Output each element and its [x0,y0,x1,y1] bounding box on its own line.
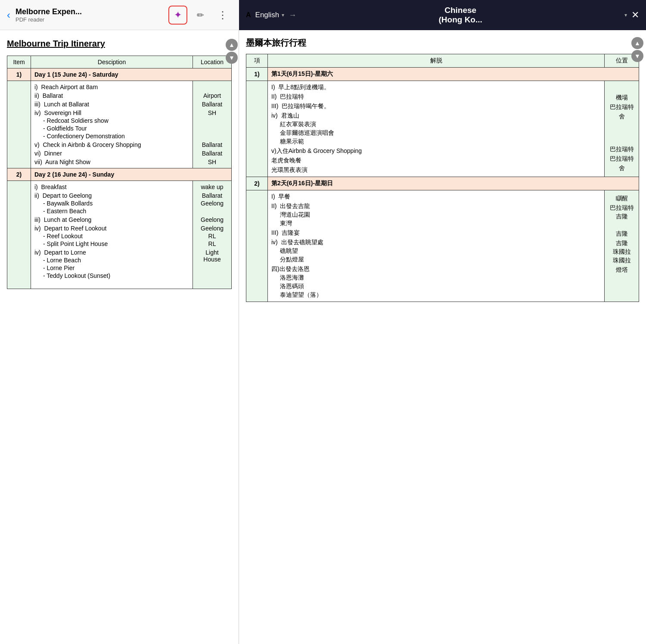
zh-day1-number: 1) [246,68,268,81]
table-row: i) Reach Airport at 8am ii) Ballarat iii… [7,81,232,168]
direction-arrow: → [289,11,296,20]
zh-day2-header: 第2天(6月16日)-星期日 [268,177,639,190]
entry-text: i) Reach Airport at 8am [34,84,189,90]
zh-entry: I) 早餐 [271,193,601,201]
more-options-button[interactable]: ⋮ [213,6,232,25]
location-text: Ballarat [196,101,228,108]
zh-entry: v)入住Airbnb & Grocery Shopping [271,147,601,155]
zh-entry: 金菲爾德巡迴演唱會 [271,129,601,137]
edit-button[interactable]: ✏ [191,6,210,25]
location-text: Airport [196,92,228,99]
zh-location: 舍 [608,113,635,121]
target-lang-line2: (Hong Ko... [301,15,620,25]
target-lang-chevron[interactable]: ▾ [624,12,627,18]
zh-entry: iv) 君逸山 [271,112,601,120]
table-row: i) Breakfast ii) Depart to Geelong - Bay… [7,181,232,289]
location-text [196,264,228,271]
ai-magic-icon: ✦ [174,9,182,21]
zh-location [608,129,635,136]
entry-text: - Baywalk Bollards [34,200,189,207]
location-text: SH [196,109,228,116]
zh-location [608,85,635,92]
day2-number: 2) [7,168,31,181]
zh-entry: 泰迪望望（落） [271,291,601,299]
zh-day2-number: 2) [246,177,268,190]
itinerary-table: Item Desciption Location 1) Day 1 (15 Ju… [7,56,232,289]
location-text [196,133,228,140]
target-lang-line1: Chinese [301,6,620,15]
table-row: 2) 第2天(6月16日)-星期日 [246,177,639,190]
ai-magic-button[interactable]: ✦ [168,6,187,25]
zh-location [608,137,635,144]
table-row: I) 早餐 II) 出發去吉龍 灣道山花園 東灣 III) 吉隆宴 iv) 出發… [246,190,639,302]
back-button[interactable]: ‹ [7,9,10,21]
zh-scroll-up-handle[interactable]: ▲ [631,37,643,49]
zh-entry: I) 早上8點到達機場。 [271,84,601,91]
zh-entry: II) 出發去吉龍 [271,202,601,210]
itinerary-title: Melbourne Trip Itinerary [7,39,232,49]
zh-entry: 光環黑夜表演 [271,166,601,174]
entry-text: iv) Depart to Reef Lookout [34,225,189,232]
toolbar-icons: ✦ ✏ ⋮ [168,6,232,25]
zh-location: 巴拉瑞特 [608,103,635,111]
more-icon: ⋮ [217,9,228,21]
entry-text: v) Check in Airbnb & Grocery Shopping [34,141,189,148]
zh-entry: 東灣 [271,220,601,227]
entry-text: - Goldfields Tour [34,125,189,132]
close-translation-button[interactable]: ✕ [631,9,639,21]
zh-entry: 老虎食晚餐 [271,157,601,165]
zh-entry: III) 巴拉瑞特喝午餐。 [271,103,601,110]
english-panel: ▲ ▼ Melbourne Trip Itinerary Item Descip… [0,30,239,644]
location-text: RL [196,233,228,240]
zh-col-header-item: 項 [246,54,268,68]
scroll-down-handle[interactable]: ▼ [226,52,238,64]
location-text: Ballarat [196,141,228,148]
location-text: wake up [196,184,228,190]
source-language-selector[interactable]: English ▾ [255,11,285,19]
entry-text: - Lorne Pier [34,264,189,271]
scroll-up-handle[interactable]: ▲ [226,39,238,51]
zh-entry: iv) 出發去礁眺望處 [271,239,601,246]
pdf-topbar: ‹ Melborne Expen... PDF reader ✦ ✏ ⋮ [0,0,239,30]
zh-scroll-down-handle[interactable]: ▼ [631,50,643,62]
zh-entry: 紅衣軍裝表演 [271,121,601,128]
entry-text: - Confectionery Demonstration [34,133,189,140]
chinese-itinerary-table: 項 解脱 位置 1) 第1天(6月15日)-星期六 I) 早上8點到達機場。 I… [246,54,639,302]
location-text: Ballarat [196,192,228,199]
entry-text: vi) Dinner [34,150,189,157]
location-text [196,279,228,286]
entry-text: iv) Depart to Lorne [34,249,189,256]
entry-text: - Reef Lookout [34,233,189,240]
source-lang-chevron: ▾ [282,12,284,18]
zh-entry: 洛恩碼頭 [271,283,601,290]
location-text [196,208,228,215]
location-text: RL [196,240,228,247]
table-row: I) 早上8點到達機場。 II) 巴拉瑞特 III) 巴拉瑞特喝午餐。 iv) … [246,81,639,177]
entry-text: iii) Lunch at Ballarat [34,101,189,108]
zh-entry: II) 巴拉瑞特 [271,93,601,101]
chinese-itinerary-title: 墨爾本旅行行程 [246,37,639,49]
table-row: 1) 第1天(6月15日)-星期六 [246,68,639,81]
edit-icon: ✏ [197,10,204,20]
col-header-desc: Desciption [31,56,193,68]
location-text: Geelong [196,225,228,232]
target-language-display: Chinese (Hong Ko... [301,6,620,25]
location-text: SH [196,159,228,165]
location-text [196,117,228,124]
entry-text: ii) Depart to Geelong [34,192,189,199]
translate-icon-box: A [246,11,251,19]
zh-location [608,275,635,282]
location-text: Ballarat [196,150,228,157]
zh-location: 巴拉瑞特 [608,204,635,212]
top-section: ‹ Melborne Expen... PDF reader ✦ ✏ ⋮ A E… [0,0,646,30]
zh-location: 燈塔 [608,266,635,274]
chinese-panel: ▲ ▼ 墨爾本旅行行程 項 解脱 位置 1) 第1天(6月15日)-星期六 [239,30,646,644]
zh-location: 巴拉瑞特 [608,155,635,163]
entry-text: - Lorne Beach [34,257,189,264]
zh-entry: 分點燈屋 [271,256,601,264]
zh-location: 吉隆 [608,213,635,221]
entry-text: iii) Lunch at Geelong [34,216,189,223]
zh-location [608,283,635,289]
zh-entry: 糖果示範 [271,138,601,146]
entry-text: - Redcoat Soldiers show [34,117,189,124]
